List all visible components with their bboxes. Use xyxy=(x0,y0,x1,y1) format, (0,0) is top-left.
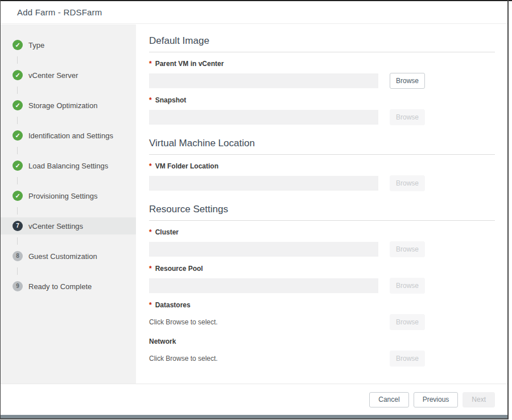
network-browse-hint: Click Browse to select. xyxy=(149,355,378,363)
step-number: 9 xyxy=(13,281,23,291)
step-connector xyxy=(1,234,136,248)
sidebar-step-vcenter-settings[interactable]: 7 vCenter Settings xyxy=(1,217,136,234)
field-resource-pool: * Resource Pool Browse xyxy=(149,265,495,294)
step-label: Type xyxy=(28,41,44,50)
step-connector xyxy=(1,84,136,97)
step-label: Guest Customization xyxy=(28,252,97,261)
cluster-input[interactable] xyxy=(149,242,378,257)
field-label: * Parent VM in vCenter xyxy=(149,60,495,68)
field-network: Network Click Browse to select. Browse xyxy=(149,337,495,367)
previous-button[interactable]: Previous xyxy=(414,392,459,407)
check-icon xyxy=(13,40,23,50)
vm-folder-browse-button: Browse xyxy=(390,175,425,191)
required-asterisk: * xyxy=(149,228,152,236)
step-label: Load Balancing Settings xyxy=(28,162,108,170)
vm-folder-location-input[interactable] xyxy=(149,176,378,191)
step-connector xyxy=(1,174,136,187)
snapshot-input[interactable] xyxy=(149,110,378,125)
field-label: * VM Folder Location xyxy=(149,162,495,170)
next-button: Next xyxy=(463,392,495,407)
window-top-border xyxy=(0,0,512,1)
field-label-text: Network xyxy=(149,337,176,345)
wizard-stepper-sidebar: Type vCenter Server Storage Optimization… xyxy=(1,24,136,384)
field-snapshot: * Snapshot Browse xyxy=(149,96,495,125)
section-title: Default Image xyxy=(149,35,495,52)
required-asterisk: * xyxy=(149,60,152,68)
field-label-text: Datastores xyxy=(155,301,191,309)
sidebar-step-storage-optimization[interactable]: Storage Optimization xyxy=(1,97,136,114)
step-label: vCenter Settings xyxy=(28,222,83,230)
field-label: * Resource Pool xyxy=(149,265,495,273)
section-title: Virtual Machine Location xyxy=(149,138,495,155)
window-left-border xyxy=(0,0,1,419)
window-right-border xyxy=(507,0,509,419)
cluster-browse-button: Browse xyxy=(390,241,425,257)
check-icon xyxy=(13,130,23,141)
required-asterisk: * xyxy=(149,162,152,170)
check-icon xyxy=(13,160,23,171)
step-connector xyxy=(1,53,136,67)
datastores-browse-hint: Click Browse to select. xyxy=(149,318,378,326)
field-label: * Datastores xyxy=(149,301,495,309)
required-asterisk: * xyxy=(149,265,152,273)
step-connector xyxy=(1,144,136,157)
step-label: Identification and Settings xyxy=(28,131,113,140)
required-asterisk: * xyxy=(149,96,152,104)
field-label-text: VM Folder Location xyxy=(155,162,218,170)
wizard-footer: Cancel Previous Next xyxy=(1,384,507,415)
sidebar-step-vcenter-server[interactable]: vCenter Server xyxy=(1,67,136,84)
step-number: 7 xyxy=(13,221,23,231)
sidebar-step-load-balancing-settings[interactable]: Load Balancing Settings xyxy=(1,157,136,174)
field-label-text: Snapshot xyxy=(155,96,187,104)
resource-pool-browse-button: Browse xyxy=(390,278,425,294)
check-icon xyxy=(13,191,23,201)
dialog-titlebar: Add Farm - RDSFarm xyxy=(1,1,507,24)
field-cluster: * Cluster Browse xyxy=(149,228,495,257)
field-label-text: Parent VM in vCenter xyxy=(155,60,224,68)
step-label: Provisioning Settings xyxy=(28,192,97,200)
parent-vm-browse-button[interactable]: Browse xyxy=(390,73,425,89)
snapshot-browse-button: Browse xyxy=(390,109,425,125)
sidebar-step-identification-and-settings[interactable]: Identification and Settings xyxy=(1,127,136,144)
field-parent-vm-in-vcenter: * Parent VM in vCenter Browse xyxy=(149,60,495,89)
required-asterisk: * xyxy=(149,301,152,309)
field-label: * Cluster xyxy=(149,228,495,236)
sidebar-step-type[interactable]: Type xyxy=(1,36,136,53)
step-label: Storage Optimization xyxy=(28,101,97,110)
dialog-title: Add Farm - RDSFarm xyxy=(17,7,102,17)
check-icon xyxy=(13,70,23,80)
section-resource-settings: Resource Settings * Cluster Browse * Res… xyxy=(149,204,495,367)
step-connector xyxy=(1,204,136,217)
resource-pool-input[interactable] xyxy=(149,278,378,293)
step-label: Ready to Complete xyxy=(28,282,92,291)
datastores-browse-button: Browse xyxy=(390,314,425,330)
sidebar-step-ready-to-complete[interactable]: 9 Ready to Complete xyxy=(1,278,136,295)
step-label: vCenter Server xyxy=(28,71,78,80)
section-virtual-machine-location: Virtual Machine Location * VM Folder Loc… xyxy=(149,138,495,191)
sidebar-step-provisioning-settings[interactable]: Provisioning Settings xyxy=(1,187,136,204)
network-browse-button: Browse xyxy=(390,351,425,367)
parent-vm-input[interactable] xyxy=(149,73,378,88)
cancel-button[interactable]: Cancel xyxy=(369,392,408,407)
check-icon xyxy=(13,100,23,110)
step-connector xyxy=(1,114,136,127)
field-label: Network xyxy=(149,337,495,345)
field-label-text: Resource Pool xyxy=(155,265,203,273)
section-default-image: Default Image * Parent VM in vCenter Bro… xyxy=(149,35,495,125)
wizard-content-panel: Default Image * Parent VM in vCenter Bro… xyxy=(136,24,507,384)
sidebar-step-guest-customization[interactable]: 8 Guest Customization xyxy=(1,248,136,265)
section-title: Resource Settings xyxy=(149,204,495,221)
field-datastores: * Datastores Click Browse to select. Bro… xyxy=(149,301,495,330)
window-bottom-border xyxy=(0,418,509,419)
step-connector xyxy=(1,265,136,278)
step-number: 8 xyxy=(13,251,23,261)
field-vm-folder-location: * VM Folder Location Browse xyxy=(149,162,495,191)
field-label: * Snapshot xyxy=(149,96,495,104)
field-label-text: Cluster xyxy=(155,228,179,236)
